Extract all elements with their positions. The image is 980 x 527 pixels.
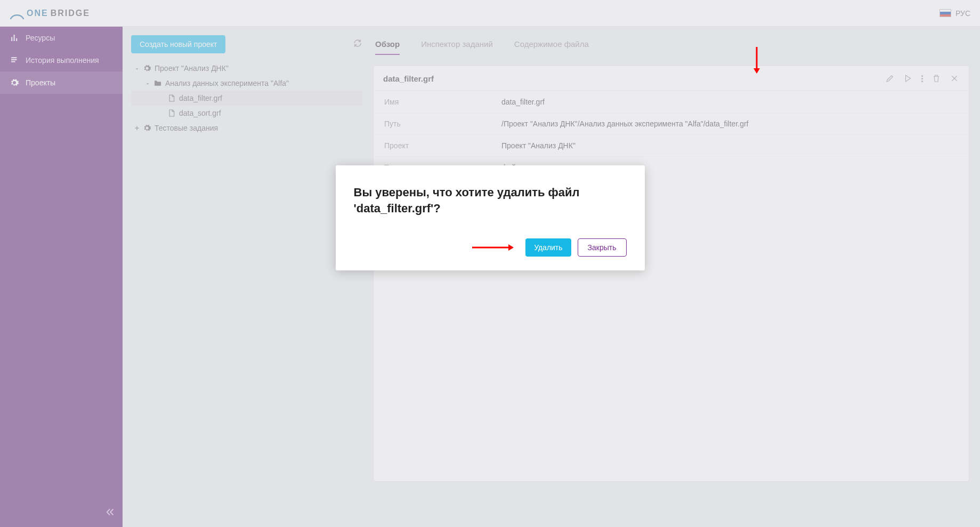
modal-delete-button[interactable]: Удалить [525,238,571,257]
annotation-arrow-right-icon [471,242,514,253]
confirm-delete-modal: Вы уверены, что хотите удалить файл 'dat… [336,165,645,270]
annotation-arrow-down-icon [751,47,762,74]
svg-marker-3 [754,68,760,74]
modal-overlay: Вы уверены, что хотите удалить файл 'dat… [0,0,980,527]
modal-title: Вы уверены, что хотите удалить файл 'dat… [354,185,627,216]
modal-close-button[interactable]: Закрыть [578,238,627,257]
svg-marker-1 [508,244,514,251]
